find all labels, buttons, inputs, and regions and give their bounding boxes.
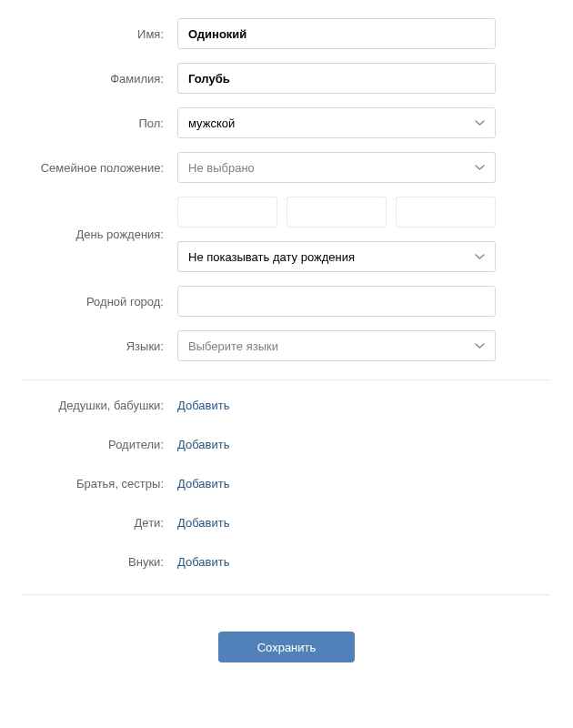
- marital-status-select[interactable]: Не выбрано: [177, 152, 496, 183]
- grandchildren-label: Внуки:: [23, 555, 177, 569]
- languages-control: Выберите языки: [177, 330, 496, 361]
- first-name-row: Имя:: [23, 18, 550, 49]
- gender-control: мужской: [177, 107, 496, 138]
- first-name-label: Имя:: [23, 27, 177, 41]
- gender-select-value: мужской: [188, 116, 235, 130]
- parents-row: Родители: Добавить: [23, 438, 550, 451]
- hometown-control: [177, 286, 496, 317]
- birthday-day-select[interactable]: [177, 197, 277, 228]
- first-name-control: [177, 18, 496, 49]
- children-label: Дети:: [23, 516, 177, 530]
- birthday-visibility-select[interactable]: Не показывать дату рождения: [177, 241, 496, 272]
- first-name-input[interactable]: [177, 18, 496, 49]
- marital-status-control: Не выбрано: [177, 152, 496, 183]
- last-name-label: Фамилия:: [23, 72, 177, 86]
- hometown-label: Родной город:: [23, 295, 177, 308]
- hometown-row: Родной город:: [23, 286, 550, 317]
- section-divider: [23, 379, 550, 380]
- section-divider: [23, 594, 550, 595]
- grandparents-label: Дедушки, бабушки:: [23, 399, 177, 412]
- birthday-day-wrap: [177, 197, 277, 228]
- birthday-visibility-value: Не показывать дату рождения: [188, 250, 355, 264]
- add-parents-link[interactable]: Добавить: [177, 438, 229, 451]
- profile-form-section: Имя: Фамилия: Пол: мужской Семейное поло…: [0, 0, 573, 361]
- save-button[interactable]: Сохранить: [218, 632, 355, 662]
- birthday-row: День рождения: Не показывать дату рожден…: [23, 197, 550, 272]
- parents-label: Родители:: [23, 438, 177, 451]
- marital-status-label: Семейное положение:: [23, 161, 177, 175]
- birthday-date-row: [177, 197, 496, 228]
- gender-select-wrap: мужской: [177, 107, 496, 138]
- languages-label: Языки:: [23, 339, 177, 353]
- last-name-control: [177, 63, 496, 94]
- children-row: Дети: Добавить: [23, 516, 550, 530]
- languages-select-wrap: Выберите языки: [177, 330, 496, 361]
- add-grandchildren-link[interactable]: Добавить: [177, 555, 229, 569]
- siblings-row: Братья, сестры: Добавить: [23, 477, 550, 490]
- birthday-year-wrap: [396, 197, 496, 228]
- languages-select[interactable]: Выберите языки: [177, 330, 496, 361]
- last-name-row: Фамилия:: [23, 63, 550, 94]
- languages-placeholder: Выберите языки: [188, 339, 278, 353]
- marital-status-select-wrap: Не выбрано: [177, 152, 496, 183]
- hometown-input[interactable]: [177, 286, 496, 317]
- languages-row: Языки: Выберите языки: [23, 330, 550, 361]
- marital-status-value: Не выбрано: [188, 161, 255, 175]
- button-section: Сохранить: [0, 613, 573, 690]
- birthday-visibility-wrap: Не показывать дату рождения: [177, 241, 496, 272]
- birthday-month-wrap: [286, 197, 387, 228]
- marital-status-row: Семейное положение: Не выбрано: [23, 152, 550, 183]
- add-children-link[interactable]: Добавить: [177, 516, 229, 530]
- gender-row: Пол: мужской: [23, 107, 550, 138]
- siblings-label: Братья, сестры:: [23, 477, 177, 490]
- birthday-label: День рождения:: [23, 228, 177, 241]
- birthday-control: Не показывать дату рождения: [177, 197, 496, 272]
- grandparents-row: Дедушки, бабушки: Добавить: [23, 399, 550, 412]
- last-name-input[interactable]: [177, 63, 496, 94]
- gender-label: Пол:: [23, 116, 177, 130]
- gender-select[interactable]: мужской: [177, 107, 496, 138]
- add-siblings-link[interactable]: Добавить: [177, 477, 229, 490]
- grandchildren-row: Внуки: Добавить: [23, 555, 550, 569]
- add-grandparents-link[interactable]: Добавить: [177, 399, 229, 412]
- birthday-month-select[interactable]: [286, 197, 387, 228]
- birthday-year-select[interactable]: [396, 197, 496, 228]
- family-section: Дедушки, бабушки: Добавить Родители: Доб…: [0, 399, 573, 569]
